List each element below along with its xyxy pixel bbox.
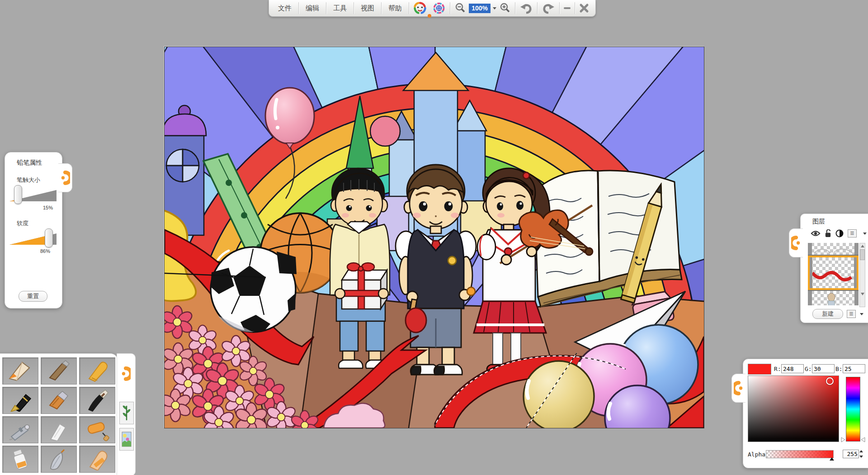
new-layer-button[interactable]: 新建 — [812, 309, 843, 319]
tool-palette-side-strip — [117, 353, 136, 475]
close-icon — [579, 3, 589, 13]
collapse-handle-icon — [60, 169, 70, 186]
mascot-palette-icon[interactable] — [429, 1, 448, 15]
red-input[interactable] — [781, 364, 804, 373]
divider — [381, 2, 382, 14]
layer-list-menu-caret[interactable] — [860, 313, 863, 315]
hue-marker-right[interactable] — [861, 437, 865, 442]
zoom-out-icon[interactable] — [452, 1, 469, 15]
alpha-input[interactable] — [843, 450, 859, 458]
spinner-down-icon[interactable] — [859, 456, 863, 458]
alpha-spinner — [843, 450, 863, 458]
current-color-swatch[interactable] — [748, 364, 771, 375]
tool-fountain-pen[interactable] — [2, 387, 38, 414]
spinner-up-icon[interactable] — [859, 450, 863, 452]
reset-button[interactable]: 重置 — [19, 291, 47, 302]
tab-plant-brushes[interactable] — [119, 402, 134, 424]
alpha-label: Alpha — [748, 451, 765, 458]
menu-edit[interactable]: 编辑 — [300, 2, 325, 14]
layers-panel-collapse-handle[interactable] — [789, 228, 803, 257]
divider — [354, 2, 354, 14]
minimize-icon — [564, 7, 571, 9]
menu-tools[interactable]: 工具 — [328, 2, 352, 14]
mascot-indicator-dot — [428, 14, 431, 18]
layer-menu-caret[interactable] — [863, 233, 867, 235]
divider — [559, 2, 560, 14]
mascot-face-icon[interactable] — [410, 1, 429, 15]
pencil-properties-panel: 铅笔属性 笔触大小 15% 软度 86% 重置 — [5, 152, 62, 309]
zoom-in-icon[interactable] — [496, 1, 514, 15]
color-picker-panel: R: G: B: Alpha — [743, 359, 868, 468]
scene-thumbnail-icon — [122, 430, 132, 448]
layer-row-bottom[interactable] — [808, 290, 859, 305]
tool-paint-bottle[interactable] — [2, 446, 38, 473]
main-toolbar: 文件 编辑 工具 视图 帮助 100% — [269, 0, 596, 17]
close-button[interactable] — [576, 1, 592, 15]
hue-marker-left[interactable] — [841, 437, 845, 442]
divider — [537, 2, 538, 14]
tool-paint-roller[interactable] — [79, 416, 115, 443]
brush-size-value: 15% — [43, 205, 53, 210]
layers-panel-title: 图层 — [812, 218, 825, 226]
tool-airbrush[interactable] — [2, 416, 38, 443]
color-cursor[interactable] — [826, 377, 834, 385]
softness-label: 软度 — [17, 219, 28, 228]
tool-pencil[interactable] — [2, 357, 38, 385]
red-label: R: — [774, 366, 781, 372]
collapse-handle-icon — [734, 380, 744, 397]
green-input[interactable] — [812, 364, 835, 373]
tab-scene-stamps[interactable] — [119, 428, 134, 451]
divider — [515, 2, 515, 14]
layer-row-top[interactable] — [808, 243, 859, 256]
hue-slider[interactable] — [846, 377, 860, 442]
softness-value: 86% — [40, 248, 50, 254]
layer-list-menu-button[interactable]: ☰ — [847, 310, 856, 318]
brush-size-slider-handle[interactable] — [14, 185, 22, 204]
divider — [575, 2, 575, 14]
tool-leaf-knife[interactable] — [41, 446, 77, 473]
menu-file[interactable]: 文件 — [273, 2, 297, 14]
layer-scrollbar[interactable] — [859, 243, 865, 307]
alpha-slider[interactable] — [766, 450, 834, 458]
blue-input[interactable] — [843, 364, 865, 373]
menu-help[interactable]: 帮助 — [383, 2, 407, 14]
unlock-icon[interactable] — [825, 229, 831, 238]
visibility-eye-icon[interactable] — [811, 230, 821, 237]
undo-button[interactable] — [517, 1, 536, 15]
color-panel-collapse-handle[interactable] — [731, 374, 745, 403]
divider — [326, 2, 326, 14]
layer-list — [808, 243, 859, 307]
pencil-panel-collapse-handle[interactable] — [58, 163, 72, 192]
alpha-marker[interactable] — [830, 457, 834, 461]
gift-box — [342, 263, 387, 309]
scroll-up-icon[interactable] — [861, 245, 864, 247]
tool-eraser-stick[interactable] — [79, 446, 115, 473]
softness-slider-handle[interactable] — [45, 228, 53, 247]
zoom-level-field[interactable]: 100% — [469, 4, 491, 13]
layer-row-selected[interactable] — [808, 256, 859, 290]
tool-palette-knife[interactable] — [41, 416, 77, 443]
tool-palette — [0, 353, 118, 475]
redo-button[interactable] — [539, 1, 558, 15]
tool-flat-brush[interactable] — [41, 387, 77, 414]
layer-menu-button[interactable]: ☰ — [848, 229, 857, 238]
divider — [298, 2, 299, 14]
divider — [450, 2, 450, 14]
pencil-panel-title: 铅笔属性 — [17, 159, 42, 167]
tool-crayon[interactable] — [79, 357, 115, 385]
tool-charcoal-stick[interactable] — [41, 357, 77, 385]
tool-ink-brush[interactable] — [79, 387, 115, 414]
brush-size-label: 笔触大小 — [17, 176, 40, 184]
drawing-canvas[interactable] — [164, 47, 704, 428]
zoom-dropdown-caret[interactable] — [493, 7, 496, 10]
minimize-button[interactable] — [561, 1, 573, 15]
spinner-arrows[interactable] — [859, 450, 863, 458]
menu-view[interactable]: 视图 — [355, 2, 380, 14]
saturation-value-picker[interactable] — [748, 375, 839, 442]
scrollbar-thumb[interactable] — [860, 249, 865, 260]
scroll-down-icon[interactable] — [861, 293, 864, 295]
blue-label: B: — [835, 366, 843, 372]
blend-contrast-icon[interactable] — [835, 229, 844, 238]
green-label: G: — [805, 366, 812, 372]
tool-palette-collapse-handle[interactable] — [118, 359, 133, 388]
